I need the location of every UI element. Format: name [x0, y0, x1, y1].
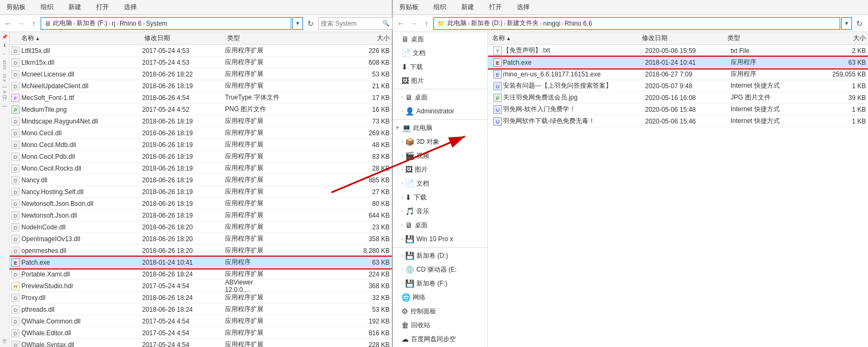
right-back-button[interactable]: ← — [395, 18, 407, 29]
left-file-row[interactable]: F MecSoft_Font-1.ttf 2018-06-26 4:54 Tru… — [10, 92, 392, 104]
file-type: 应用程序 — [728, 58, 793, 67]
left-toolbar-new[interactable]: 新建 — [66, 2, 83, 13]
right-col-date-header[interactable]: 修改日期 — [640, 33, 725, 44]
left-file-row[interactable]: D QWhale.Editor.dll 2017-05-24 4:54 应用程序… — [10, 327, 392, 339]
sidebar-icon: 💾 — [405, 279, 414, 288]
sidebar-item[interactable]: ⚙ 控制面板 — [393, 304, 487, 318]
sidebar-item[interactable]: › 💾 新加卷 (F:) — [393, 276, 487, 290]
sidebar-label: 文档 — [416, 179, 429, 188]
sidebar-item[interactable]: › 🎬 视频 — [393, 149, 487, 163]
left-toolbar-organize[interactable]: 组织 — [38, 2, 56, 13]
right-up-button[interactable]: ↑ — [421, 18, 432, 29]
sidebar-item[interactable]: 📄 文档 — [393, 46, 487, 60]
right-name-sort-icon: ▲ — [506, 36, 511, 41]
file-size: 53 KB — [282, 306, 392, 313]
left-refresh-button[interactable]: ↻ — [304, 17, 317, 30]
right-col-size-header[interactable]: 大小 — [789, 33, 868, 44]
file-size: 259,055 KB — [793, 71, 868, 78]
sidebar-item[interactable]: › 📦 3D 对象 — [393, 135, 487, 149]
right-file-row[interactable]: E rhino_en-us_6.6.18177.16151.exe 2018-0… — [488, 68, 868, 80]
left-search-input[interactable] — [318, 17, 393, 30]
left-up-button[interactable]: ↑ — [28, 18, 40, 29]
sidebar-item[interactable]: ☁ 百度网盘同步空 — [393, 332, 487, 346]
left-forward-button[interactable]: → — [15, 18, 27, 29]
right-addr-dropdown[interactable]: ▼ — [841, 17, 852, 30]
sidebar-item[interactable]: › 💿 CD 驱动器 (E: — [393, 263, 487, 276]
left-file-row[interactable]: D Mono.Cecil.Mdb.dll 2018-06-26 18:19 应用… — [10, 139, 392, 151]
file-date: 2018-06-26 18:19 — [140, 118, 223, 125]
left-file-row[interactable]: D Mono.Cecil.dll 2018-06-26 18:19 应用程序扩展… — [10, 127, 392, 139]
right-file-row[interactable]: T 【免责声明】.txt 2020-05-06 15:59 txt File 2… — [488, 45, 868, 57]
sidebar-item[interactable]: ⬇ 下载 — [393, 60, 487, 74]
left-file-row[interactable]: D Portable.Xaml.dll 2018-06-26 18:24 应用程… — [10, 268, 392, 280]
left-side-label3: :) — [2, 85, 7, 88]
left-file-row[interactable]: E Patch.exe 2018-01-24 10:41 应用程序 63 KB — [10, 257, 392, 268]
sidebar-item[interactable]: › 👤 Administrator — [393, 104, 487, 118]
sidebar-item[interactable]: › 💾 Win 10 Pro x — [393, 232, 487, 246]
left-file-row[interactable]: D Nancy.Hosting.Self.dll 2018-06-26 18:1… — [10, 186, 392, 198]
right-refresh-button[interactable]: ↻ — [853, 17, 866, 30]
left-file-row[interactable]: D OpenImageIOv13.dll 2018-06-26 18:20 应用… — [10, 233, 392, 245]
sidebar-item[interactable]: › 📄 文档 — [393, 176, 487, 190]
right-file-row[interactable]: U 羽免网-软件入门免费学！ 2020-05-06 15:48 Internet… — [488, 104, 868, 115]
left-file-row[interactable]: D Mono.Cecil.Pdb.dll 2018-06-26 18:19 应用… — [10, 151, 392, 163]
file-size: 73 KB — [282, 118, 392, 125]
file-size: 17 KB — [282, 94, 392, 102]
right-toolbar-open[interactable]: 打开 — [487, 2, 504, 13]
right-toolbar-select[interactable]: 选择 — [515, 2, 532, 13]
left-address-bar[interactable]: 🖥 此电脑 › 新加卷 (F:) › rj › Rhino 6 › System — [41, 17, 291, 30]
right-file-row[interactable]: P 关注羽免网免费送会员.jpg 2020-05-16 16:08 JPG 图片… — [488, 92, 868, 104]
left-file-row[interactable]: D Newtonsoft.Json.Bson.dll 2018-06-26 18… — [10, 198, 392, 210]
left-file-row[interactable]: D Proxy.dll 2018-06-26 18:24 应用程序扩展 32 K… — [10, 292, 392, 304]
left-col-name-header[interactable]: 名称 ▲ — [19, 33, 142, 44]
left-file-row[interactable]: D Mindscape.Raygun4Net.dll 2018-06-26 18… — [10, 115, 392, 127]
left-file-row[interactable]: D QWhale.Common.dll 2017-05-24 4:54 应用程序… — [10, 315, 392, 327]
left-file-row[interactable]: D QWhale.Syntax.dll 2017-05-24 4:54 应用程序… — [10, 339, 392, 347]
sidebar-item[interactable]: › 🖼 图片 — [393, 163, 487, 176]
left-file-row[interactable]: D NodeInCode.dll 2018-06-26 18:20 应用程序扩展… — [10, 221, 392, 233]
left-file-row[interactable]: D McNeelUpdateClient.dll 2018-06-26 18:1… — [10, 80, 392, 92]
left-file-row[interactable]: H PreviewStudio.hdr 2017-05-24 4:54 ABVi… — [10, 280, 392, 292]
left-file-row[interactable]: D Nancy.dll 2018-06-26 18:19 应用程序扩展 885 … — [10, 174, 392, 186]
left-file-row[interactable]: D Newtonsoft.Json.dll 2018-06-26 18:19 应… — [10, 210, 392, 221]
sidebar-item[interactable]: › ⬇ 下载 — [393, 190, 487, 204]
left-file-row[interactable]: D pthreads.dll 2018-06-26 18:24 应用程序扩展 5… — [10, 304, 392, 315]
right-toolbar-new[interactable]: 新建 — [459, 2, 476, 13]
left-addr-dropdown[interactable]: ▼ — [292, 17, 303, 30]
right-file-row[interactable]: U 羽免网软件下载-绿色免费无毒！ 2020-05-06 15:46 Inter… — [488, 115, 868, 127]
sidebar-item[interactable]: ▼ 💻 此电脑 — [393, 121, 487, 135]
left-file-row[interactable]: D openmeshes.dll 2018-06-26 18:20 应用程序扩展… — [10, 245, 392, 257]
left-col-size-header[interactable]: 大小 — [284, 33, 392, 44]
file-icon: D — [10, 58, 21, 67]
right-toolbar-organize[interactable]: 组织 — [431, 2, 448, 13]
right-forward-button[interactable]: → — [408, 18, 420, 29]
sidebar-item[interactable]: 🖼 图片 — [393, 74, 487, 88]
sidebar-item[interactable]: 🖥 桌面 — [393, 32, 487, 46]
right-toolbar-clipboard[interactable]: 剪贴板 — [397, 2, 421, 13]
right-col-name-header[interactable]: 名称 ▲ — [490, 33, 640, 44]
left-file-row[interactable]: P MediumTile.png 2017-05-24 4:52 PNG 图片文… — [10, 104, 392, 115]
left-file-row[interactable]: D Ltkrn15x.dll 2017-05-24 4:53 应用程序扩展 60… — [10, 57, 392, 68]
sidebar-icon: 🖥 — [405, 93, 413, 102]
right-file-row[interactable]: U 安装有问题---【上羽免问答搜索答案】 2020-05-07 9:48 In… — [488, 80, 868, 92]
sidebar-item[interactable]: 🌐 网络 — [393, 290, 487, 304]
left-file-row[interactable]: D Mcneel.License.dll 2018-06-26 18:22 应用… — [10, 68, 392, 80]
right-col-type-header[interactable]: 类型 — [725, 33, 789, 44]
sidebar-item[interactable]: › 🎵 音乐 — [393, 204, 487, 218]
sidebar-item[interactable]: › 🖥 桌面 — [393, 90, 487, 104]
sidebar-item[interactable]: › 🖥 桌面 — [393, 218, 487, 232]
left-col-date-header[interactable]: 修改日期 — [142, 33, 225, 44]
right-address-bar[interactable]: 📁 此电脑 › 新加卷 (D:) › 新建文件夹 › ningqi › Rhin… — [433, 17, 840, 30]
sidebar-item[interactable]: › 💾 新加卷 (D:) — [393, 249, 487, 263]
left-back-button[interactable]: ← — [2, 18, 14, 29]
left-toolbar-select[interactable]: 选择 — [122, 2, 139, 13]
left-addr-system: System — [146, 20, 167, 27]
left-file-row[interactable]: D Mono.Cecil.Rocks.dll 2018-06-26 18:19 … — [10, 163, 392, 174]
left-toolbar-open[interactable]: 打开 — [94, 2, 111, 13]
left-toolbar-clipboard[interactable]: 剪贴板 — [4, 2, 28, 13]
sidebar-icon: 🖥 — [401, 35, 409, 43]
left-col-type-header[interactable]: 类型 — [225, 33, 284, 44]
sidebar-item[interactable]: 🗑 回收站 — [393, 318, 487, 332]
left-file-row[interactable]: D Ltfil15x.dll 2017-05-24 4:53 应用程序扩展 22… — [10, 45, 392, 57]
right-file-row[interactable]: E Patch.exe 2018-01-24 10:41 应用程序 63 KB — [488, 57, 868, 68]
